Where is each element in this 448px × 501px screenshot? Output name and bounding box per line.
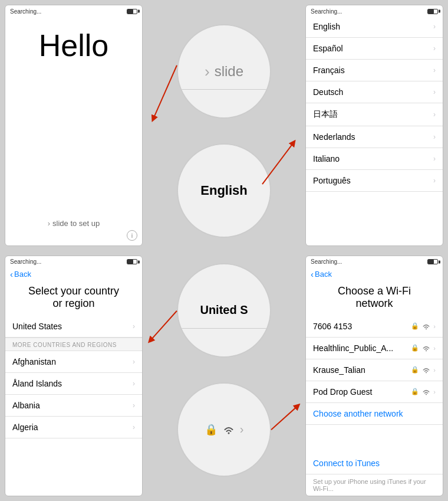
- svg-point-12: [426, 394, 427, 395]
- country-item-algeria[interactable]: Algeria ›: [5, 417, 142, 438]
- svg-line-8: [271, 406, 298, 430]
- chevron-francais: ›: [433, 66, 436, 74]
- wifi-network-poddrop[interactable]: Pod Drop Guest 🔒 ›: [306, 381, 443, 403]
- screen-language: Searching... English › Español › Françai…: [305, 5, 443, 246]
- center-zoom-area: › slide English United S 🔒: [147, 0, 301, 501]
- back-button-wifi[interactable]: ‹ Back: [306, 267, 443, 283]
- searching-label-wifi: Searching...: [311, 258, 342, 265]
- lock-krause: 🔒: [411, 366, 419, 374]
- zoom-country-text: United S: [200, 303, 248, 317]
- svg-point-10: [426, 350, 427, 351]
- lock-icon-zoom: 🔒: [205, 423, 218, 436]
- wifi-sig-healthlinc: [421, 345, 431, 352]
- connect-itunes-link[interactable]: Connect to iTunes: [306, 453, 443, 474]
- country-item-albania[interactable]: Albania ›: [5, 395, 142, 417]
- united-states-label: United States: [12, 322, 62, 331]
- info-icon[interactable]: i: [127, 230, 137, 241]
- battery-icon-country: [127, 259, 137, 264]
- wifi-icons-7606: 🔒 ›: [411, 322, 436, 330]
- status-bar-hello: Searching...: [5, 5, 142, 16]
- chevron-english: ›: [433, 22, 436, 31]
- wifi-screen-title: Choose a Wi-Finetwork: [306, 283, 443, 316]
- status-bar-wifi: Searching...: [306, 256, 443, 267]
- slide-chevron-zoom: ›: [205, 63, 210, 81]
- more-countries-header: MORE COUNTRIES AND REGIONS: [5, 338, 142, 351]
- zoom-circle-slide: › slide: [177, 24, 271, 119]
- back-label-country: Back: [14, 270, 31, 279]
- zoom-slide-content: › slide: [205, 63, 243, 81]
- screen-hello: Searching... Hello › slide to set up i: [5, 5, 143, 246]
- language-list: English › Español › Français › Deutsch ›…: [306, 16, 443, 245]
- wifi-network-healthlinc[interactable]: Healthlinc_Public_A... 🔒 ›: [306, 338, 443, 359]
- svg-line-7: [150, 311, 177, 340]
- svg-line-2: [153, 66, 177, 119]
- battery-icon-language: [427, 9, 438, 14]
- searching-label-country: Searching...: [10, 258, 41, 265]
- country-screen-title: Select your countryor region: [5, 283, 142, 316]
- language-item-nederlands[interactable]: Nederlands ›: [306, 126, 443, 148]
- wifi-icons-krause: 🔒 ›: [411, 366, 436, 374]
- searching-label-language: Searching...: [311, 8, 342, 15]
- svg-point-9: [426, 328, 427, 329]
- lock-poddrop: 🔒: [411, 388, 419, 395]
- language-item-italiano[interactable]: Italiano ›: [306, 148, 443, 170]
- chevron-portugues: ›: [433, 176, 436, 185]
- lock-healthlinc: 🔒: [411, 344, 419, 352]
- slide-text-zoom: slide: [215, 63, 243, 80]
- svg-point-4: [228, 432, 229, 434]
- wifi-sig-poddrop: [421, 388, 431, 395]
- wifi-network-7606[interactable]: 7606 4153 🔒 ›: [306, 316, 443, 338]
- svg-point-11: [426, 372, 427, 373]
- zoom-english-text: English: [200, 183, 247, 198]
- country-item-aland[interactable]: Åland Islands ›: [5, 373, 142, 395]
- hello-content: Hello › slide to set up i: [5, 16, 142, 245]
- back-label-wifi: Back: [315, 270, 332, 279]
- zoom-circle-english: English: [177, 143, 271, 238]
- wifi-sig-7606: [421, 323, 431, 330]
- back-chevron-country: ‹: [10, 269, 13, 279]
- chevron-nederlands: ›: [433, 133, 436, 141]
- chevron-italiano: ›: [433, 155, 436, 163]
- chevron-japanese: ›: [433, 110, 436, 119]
- wifi-chevron-zoom: ›: [240, 423, 244, 436]
- language-item-english[interactable]: English ›: [306, 16, 443, 38]
- hello-text: Hello: [39, 28, 109, 63]
- united-states-item[interactable]: United States ›: [5, 316, 142, 338]
- wifi-icons-poddrop: 🔒 ›: [411, 388, 436, 395]
- lock-7606: 🔒: [411, 322, 419, 330]
- wifi-network-krause[interactable]: Krause_Talian 🔒 ›: [306, 359, 443, 381]
- wifi-icons-healthlinc: 🔒 ›: [411, 344, 436, 352]
- back-button-country[interactable]: ‹ Back: [5, 267, 142, 283]
- slide-to-setup[interactable]: › slide to set up: [48, 219, 100, 228]
- zoom-wifi-content: 🔒 ›: [205, 423, 244, 436]
- status-bar-country: Searching...: [5, 256, 142, 267]
- battery-icon-wifi: [427, 259, 438, 264]
- screen-country: Searching... ‹ Back Select your countryo…: [5, 256, 143, 497]
- battery-icon-hello: [127, 9, 137, 14]
- chevron-deutsch: ›: [433, 88, 436, 96]
- slide-chevron: ›: [48, 219, 50, 228]
- wifi-sig-krause: [421, 366, 431, 374]
- itunes-subtext: Set up your iPhone using iTunes if your …: [306, 474, 443, 496]
- country-item-afghanistan[interactable]: Afghanistan ›: [5, 351, 142, 373]
- language-item-japanese[interactable]: 日本語 ›: [306, 103, 443, 126]
- language-item-francais[interactable]: Français ›: [306, 60, 443, 81]
- chevron-espanol: ›: [433, 44, 436, 53]
- language-item-deutsch[interactable]: Deutsch ›: [306, 81, 443, 103]
- wifi-signal-zoom: [222, 425, 235, 434]
- zoom-circle-country: United S: [177, 263, 271, 358]
- language-item-espanol[interactable]: Español ›: [306, 38, 443, 60]
- screen-wifi: Searching... ‹ Back Choose a Wi-Finetwor…: [305, 256, 443, 497]
- chevron-us: ›: [133, 322, 135, 330]
- zoom-circle-wifi: 🔒 ›: [177, 382, 271, 477]
- back-chevron-wifi: ‹: [311, 269, 314, 279]
- language-item-portugues[interactable]: Português ›: [306, 170, 443, 192]
- searching-label-hello: Searching...: [10, 8, 41, 15]
- choose-another-network[interactable]: Choose another network: [306, 403, 443, 425]
- status-bar-language: Searching...: [306, 5, 443, 16]
